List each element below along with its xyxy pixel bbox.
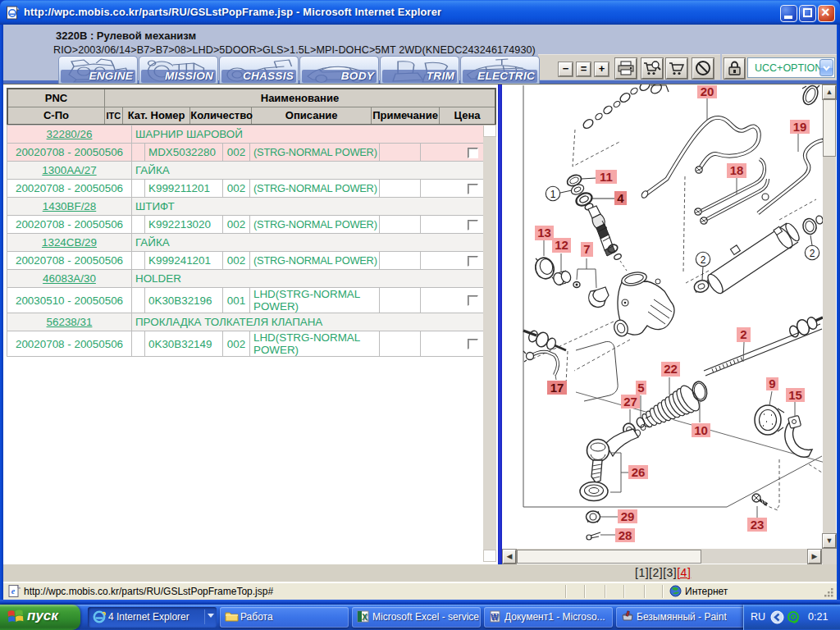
svg-text:2: 2 [810, 248, 815, 259]
svg-text:X: X [362, 613, 368, 622]
svg-text:W: W [491, 613, 499, 622]
svg-text:1: 1 [550, 189, 556, 200]
svg-text:2: 2 [701, 254, 706, 266]
svg-text:e: e [11, 587, 16, 596]
